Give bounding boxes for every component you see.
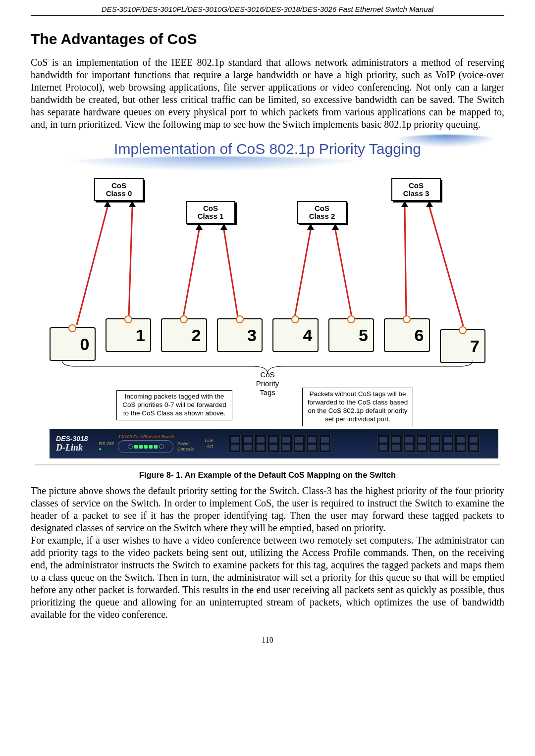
section-title: The Advantages of CoS — [31, 31, 504, 48]
svg-line-2 — [183, 230, 199, 317]
paragraph-example: For example, if a user wishes to have a … — [31, 534, 504, 621]
cos-tag-ports: 0 1 2 3 4 5 6 7 — [50, 317, 485, 352]
running-header: DES-3010F/DES-3010FL/DES-3010G/DES-3016/… — [31, 5, 504, 16]
svg-line-3 — [224, 230, 238, 317]
svg-line-4 — [295, 230, 311, 317]
mapping-lines — [35, 138, 500, 464]
document-page: DES-3010F/DES-3010FL/DES-3010G/DES-3016/… — [0, 0, 535, 664]
cos-tag-1: 1 — [106, 318, 152, 352]
svg-line-0 — [77, 207, 107, 325]
cos-tag-4: 4 — [272, 318, 319, 352]
switch-model-block: DES-3018 D-Link — [56, 435, 88, 453]
cos-tag-7: 7 — [440, 329, 486, 363]
switch-port-bank-1 — [229, 435, 331, 453]
paragraph-intro: CoS is an implementation of the IEEE 802… — [31, 56, 504, 131]
svg-line-1 — [129, 207, 132, 317]
paragraph-explain: The picture above shows the default prio… — [31, 485, 504, 534]
switch-led-panel — [118, 440, 173, 453]
note-incoming-tagged: Incoming packets tagged with the CoS pri… — [116, 390, 232, 420]
brace-label: CoS Priority Tags — [35, 370, 500, 397]
svg-line-7 — [429, 207, 463, 326]
note-untagged-default: Packets without CoS tags will be forward… — [302, 388, 413, 426]
svg-line-5 — [335, 230, 352, 317]
cos-tag-2: 2 — [161, 318, 207, 352]
cos-tag-3: 3 — [217, 318, 263, 352]
switch-side-labels: RS-232 ● — [99, 441, 114, 452]
switch-side-labels: Power Console — [177, 441, 194, 452]
switch-link-act-labels: Link Act — [205, 438, 213, 449]
svg-line-6 — [405, 207, 406, 317]
figure-caption: Figure 8- 1. An Example of the Default C… — [31, 470, 504, 480]
switch-device: DES-3018 D-Link 10/100 Fast Ethernet Swi… — [50, 429, 498, 458]
brace-label-line: Tags — [260, 388, 275, 397]
switch-port-bank-2 — [377, 435, 480, 453]
switch-tagline: 10/100 Fast Ethernet Switch — [118, 434, 174, 439]
cos-tag-5: 5 — [328, 318, 374, 352]
cos-diagram: Implementation of CoS 802.1p Priority Ta… — [35, 138, 500, 465]
cos-tag-6: 6 — [384, 318, 430, 352]
brace-label-line: Priority — [256, 379, 279, 388]
figure: Implementation of CoS 802.1p Priority Ta… — [31, 138, 504, 480]
page-number: 110 — [31, 636, 504, 645]
switch-model: DES-3018 — [56, 435, 88, 443]
brace-label-line: CoS — [260, 370, 274, 379]
switch-brand: D-Link — [56, 443, 88, 453]
cos-tag-0: 0 — [50, 327, 96, 361]
